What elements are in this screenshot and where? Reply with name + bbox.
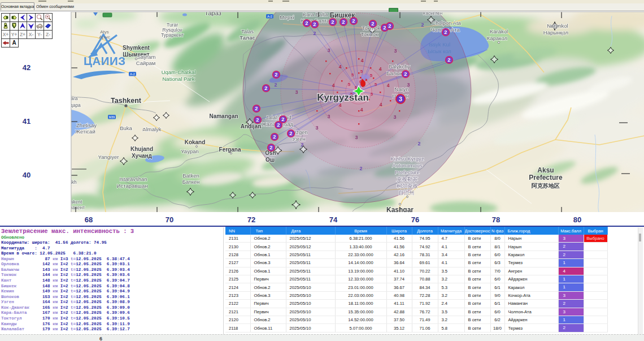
svg-text:Zhetisay: Zhetisay [76, 122, 97, 128]
svg-text:2: 2 [371, 20, 374, 27]
svg-text:柯尔克孜: 柯尔克孜 [397, 183, 419, 189]
svg-text:Talas: Talas [241, 28, 254, 34]
svg-text:4: 4 [379, 66, 382, 72]
svg-text:Каракол: Каракол [487, 35, 507, 41]
svg-text:Naryn: Naryn [394, 86, 408, 92]
svg-text:Istaravshan: Istaravshan [119, 176, 147, 182]
svg-text:Atys: Atys [100, 29, 109, 34]
svg-text:Autonomous: Autonomous [392, 162, 423, 169]
svg-text:Истаравшан: Истаравшан [117, 183, 148, 189]
svg-text:4: 4 [361, 58, 364, 63]
svg-text:5: 5 [360, 69, 363, 74]
svg-text:Issyk Kul: Issyk Kul [429, 41, 450, 48]
svg-text:Талас: Талас [240, 34, 255, 41]
svg-text:2: 2 [274, 82, 277, 88]
svg-text:4: 4 [332, 83, 335, 88]
svg-text:2: 2 [313, 21, 316, 27]
svg-text:Ысык кол: Ысык кол [428, 48, 451, 54]
svg-text:2: 2 [352, 18, 355, 24]
svg-text:Khujand: Khujand [130, 146, 153, 152]
svg-text:Cholpon Ata: Cholpon Ata [432, 20, 461, 26]
svg-text:Kyrgyzstan: Kyrgyzstan [317, 92, 369, 103]
svg-text:Kokand: Kokand [185, 139, 206, 145]
svg-text:Ош: Ош [266, 157, 275, 163]
svg-text:2: 2 [331, 19, 334, 25]
svg-text:ЦАИИЗ: ЦАИИЗ [84, 54, 126, 67]
svg-text:阿克苏地区: 阿克苏地区 [532, 183, 560, 189]
svg-text:5: 5 [370, 73, 373, 78]
svg-text:2: 2 [275, 71, 277, 77]
svg-text:Нарынқол: Нарынқол [543, 29, 568, 36]
svg-text:2: 2 [281, 116, 284, 122]
svg-text:чакент: чакент [71, 205, 85, 210]
svg-text:3: 3 [327, 114, 330, 119]
svg-text:4: 4 [360, 107, 363, 113]
svg-text:Сайрам: Сайрам [136, 60, 156, 66]
svg-text:2: 2 [277, 122, 280, 128]
svg-text:3: 3 [355, 135, 358, 140]
svg-text:Karakol: Karakol [490, 28, 508, 34]
svg-text:Тараз: Тараз [204, 12, 221, 16]
svg-text:2: 2 [256, 116, 259, 123]
svg-text:2: 2 [404, 71, 407, 77]
svg-text:Fergana: Fergana [219, 146, 241, 153]
svg-text:2: 2 [289, 130, 292, 136]
svg-text:Баткен: Баткен [182, 179, 199, 185]
svg-text:Хучанд: Хучанд [132, 153, 153, 159]
svg-text:5: 5 [371, 92, 373, 97]
svg-text:5: 5 [375, 82, 377, 87]
svg-text:Kara Balta: Kara Balta [303, 12, 328, 18]
svg-text:3: 3 [295, 89, 298, 95]
svg-text:3: 3 [394, 48, 397, 54]
svg-text:Namangan: Namangan [209, 113, 238, 119]
svg-text:Balykchy: Balykchy [389, 63, 410, 70]
svg-text:Токмок: Токмок [361, 31, 378, 37]
svg-text:Мерхі: Мерхі [280, 14, 294, 20]
svg-text:5: 5 [351, 72, 354, 77]
svg-text:2: 2 [447, 57, 450, 63]
svg-text:2: 2 [269, 144, 272, 150]
svg-text:3: 3 [327, 48, 330, 53]
svg-text:Prefecture: Prefecture [529, 174, 563, 182]
svg-text:2: 2 [342, 19, 345, 25]
svg-text:National Park: National Park [162, 76, 194, 82]
svg-text:Тураркент: Тураркент [161, 32, 184, 38]
svg-text:Jalal-Abad: Jalal-Abad [266, 114, 291, 120]
svg-text:Sayram: Sayram [137, 54, 156, 60]
svg-text:Aksu: Aksu [537, 166, 554, 174]
svg-text:3: 3 [399, 96, 402, 102]
svg-text:M39: M39 [109, 115, 115, 119]
svg-text:Жетісай: Жетісай [75, 128, 95, 135]
svg-text:Batken: Batken [182, 172, 199, 179]
svg-text:akh: akh [71, 179, 77, 185]
svg-text:Yaypan: Yaypan [181, 148, 199, 154]
svg-text:Narynkol: Narynkol [547, 23, 568, 29]
svg-text:Almalyk: Almalyk [142, 126, 162, 132]
svg-text:4: 4 [380, 102, 382, 107]
svg-text:Prefecture: Prefecture [395, 169, 420, 175]
svg-text:4: 4 [339, 102, 342, 108]
svg-text:2: 2 [417, 141, 420, 146]
svg-text:Shymkent: Shymkent [123, 45, 150, 51]
svg-text:自治州: 自治州 [398, 189, 415, 196]
svg-text:2: 2 [255, 105, 258, 111]
svg-text:克孜勒苏: 克孜勒苏 [397, 176, 419, 182]
svg-text:2: 2 [313, 31, 316, 36]
svg-text:A-2: A-2 [130, 72, 135, 76]
svg-text:2: 2 [305, 20, 308, 26]
svg-text:Арыс: Арыс [99, 34, 110, 40]
svg-text:akent: akent [71, 199, 82, 205]
svg-text:6: 6 [355, 85, 357, 89]
svg-text:2: 2 [383, 24, 386, 31]
svg-text:Каскелен: Каскелен [423, 12, 442, 16]
svg-text:A-2: A-2 [267, 15, 272, 18]
svg-text:Kizilsu Kyrgyz: Kizilsu Kyrgyz [390, 156, 424, 162]
svg-text:Tashkent: Tashkent [111, 97, 142, 105]
svg-text:4: 4 [387, 83, 390, 88]
svg-text:5: 5 [348, 82, 351, 87]
svg-text:3: 3 [315, 125, 318, 131]
svg-text:Buka: Buka [120, 125, 132, 131]
svg-text:2: 2 [273, 133, 276, 140]
svg-text:2: 2 [444, 29, 447, 35]
svg-text:2: 2 [359, 166, 362, 171]
